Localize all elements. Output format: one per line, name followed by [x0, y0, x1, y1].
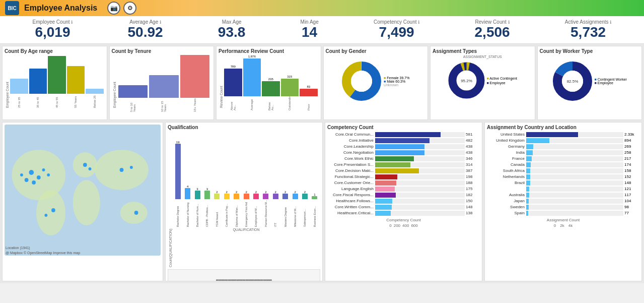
- country-row: Spain 77: [487, 211, 639, 216]
- kpi-0: Employee Count ℹ 6,019: [33, 19, 73, 40]
- country-row: Sweden 98: [487, 205, 639, 210]
- country-rows: United States 2.33k United Kingdom 894 G…: [487, 132, 639, 216]
- competency-row: Core.Fiscal Respons... 182: [327, 193, 480, 198]
- country-x-label: Assignment Count: [487, 218, 639, 222]
- competency-card: Competency Count Core.Oral Commun... 581…: [325, 122, 482, 281]
- svg-point-30: [130, 166, 133, 169]
- svg-point-18: [29, 170, 34, 175]
- camera-button[interactable]: 📷: [107, 2, 120, 15]
- kpi-4: Competency Count ℹ 7,499: [374, 19, 419, 40]
- svg-text:95.2%: 95.2%: [461, 79, 473, 83]
- worker-type-donut: 82.5% ■ Contingent Worker ■ Employee: [540, 55, 640, 108]
- bottom-area: @ Mapbox © OpenStreetMap Improve this ma…: [0, 122, 644, 283]
- world-map: @ Mapbox © OpenStreetMap Improve this ma…: [5, 125, 161, 256]
- svg-point-25: [51, 208, 55, 212]
- country-row: South Africa 158: [487, 168, 639, 173]
- chart-performance-review: Performance Review Count Review Count 78…: [216, 46, 321, 120]
- chart-count-by-gender: Count by Gender ■ Female 39.7% ■ Male 60…: [323, 46, 428, 120]
- svg-point-27: [83, 163, 87, 167]
- svg-text:82.5%: 82.5%: [566, 79, 578, 84]
- qualification-card: Qualification Count(QUALIFICATION) 19 Ba…: [165, 122, 323, 281]
- chart-count-by-tenure: Count by Tenure Employee Count 5 to 10 Y…: [109, 46, 214, 120]
- competency-rows: Core.Oral Commun... 581 Core.Initiative …: [327, 132, 480, 216]
- kpi-3: Min Age 14: [301, 19, 319, 40]
- kpi-6: Active Assignments ℹ 5,732: [565, 19, 611, 40]
- app-logo: BIC: [5, 1, 19, 15]
- svg-point-31: [134, 211, 138, 215]
- svg-point-22: [32, 180, 36, 185]
- competency-row: Core.Oral Commun... 581: [327, 132, 480, 137]
- country-row: Germany 269: [487, 144, 639, 149]
- country-row: France 217: [487, 156, 639, 161]
- country-row: Australia 117: [487, 193, 639, 198]
- competency-row: Healthcare.Critical... 138: [327, 211, 480, 216]
- kpi-5: Review Count ℹ 2,506: [475, 19, 510, 40]
- settings-button[interactable]: ⚙: [123, 2, 136, 15]
- country-row: Brazil 148: [487, 180, 639, 186]
- country-row: Canada 174: [487, 162, 639, 167]
- svg-point-21: [42, 168, 45, 171]
- country-row: India 258: [487, 150, 639, 155]
- tenure-bars: 5 to 10 Years 10 to 15 Years 15+ Years: [116, 55, 212, 112]
- country-row: United Kingdom 894: [487, 138, 639, 143]
- chart-assignment-types: Assignment Types ASSIGNMENT_STATUS 95.2%…: [430, 46, 535, 120]
- review-bars: 789 Above Av... 1,876 Average 235 Below …: [223, 55, 319, 110]
- svg-point-28: [89, 167, 92, 170]
- y-axis-label: Employee Count: [5, 55, 9, 108]
- country-row: Japan 104: [487, 199, 639, 204]
- competency-row: Healthcare.Follows... 150: [327, 199, 480, 204]
- svg-point-13: [36, 190, 65, 235]
- competency-x-label: Competency Count: [327, 218, 480, 222]
- svg-point-29: [120, 168, 124, 172]
- competency-row: Core.Work Ethic 346: [327, 156, 480, 161]
- svg-point-26: [44, 214, 47, 217]
- age-bars: 25 to 35 35 to 45 45 to 55 55 Years: [9, 55, 105, 108]
- page-title: Employee Analysis: [24, 4, 97, 13]
- svg-point-2: [351, 71, 372, 92]
- competency-row: Functional.Strategic... 198: [327, 174, 480, 179]
- assignment-country-card: Assignment by Country and Location Unite…: [484, 122, 642, 281]
- competency-row: Core.Decision Maki... 387: [327, 168, 480, 173]
- gender-donut: ■ Female 39.7% ■ Male 60.3% Unknown: [326, 55, 426, 108]
- kpi-2: Max Age 93.8: [218, 19, 246, 40]
- competency-row: Language.English 175: [327, 187, 480, 192]
- competency-row: Core.Initiative 482: [327, 138, 480, 143]
- svg-point-19: [37, 175, 41, 179]
- country-row: 121: [487, 187, 639, 192]
- charts-area: Count By Age range Employee Count 25 to …: [0, 44, 644, 122]
- competency-row: Core.Customer Orie... 188: [327, 180, 480, 186]
- assignment-types-donut: 95.2% ■ Active Contingent ■ Employee: [433, 58, 533, 103]
- chart-worker-type: Count by Worker Type 82.5% ■ Contingent …: [537, 46, 642, 120]
- competency-row: Core.Negotiation 438: [327, 150, 480, 155]
- competency-row: Core.Written Comm... 148: [327, 205, 480, 210]
- competency-row: Core.Leadership 438: [327, 144, 480, 149]
- svg-point-20: [25, 178, 29, 182]
- country-row: United States 2.33k: [487, 132, 639, 137]
- svg-point-23: [47, 173, 50, 176]
- chart-count-by-age: Count By Age range Employee Count 25 to …: [2, 46, 107, 120]
- kpi-1: Average Age ℹ 50.92: [128, 19, 163, 40]
- kpi-row: Employee Count ℹ 6,019 Average Age ℹ 50.…: [0, 16, 644, 44]
- header: BIC Employee Analysis 📷 ⚙: [0, 0, 644, 16]
- tenure-y-axis: Employee Count: [112, 55, 116, 108]
- header-icons: 📷 ⚙: [107, 2, 136, 15]
- review-y-axis: Review Count: [219, 55, 223, 108]
- competency-row: Core.Presentation S... 314: [327, 162, 480, 167]
- svg-point-17: [120, 202, 148, 224]
- qualification-chart: Count(QUALIFICATION) 19 Bachelor Degree …: [168, 131, 320, 267]
- map-card: @ Mapbox © OpenStreetMap Improve this ma…: [2, 122, 163, 281]
- country-row: Netherlands 152: [487, 174, 639, 179]
- svg-point-15: [73, 180, 100, 225]
- svg-point-24: [20, 173, 23, 176]
